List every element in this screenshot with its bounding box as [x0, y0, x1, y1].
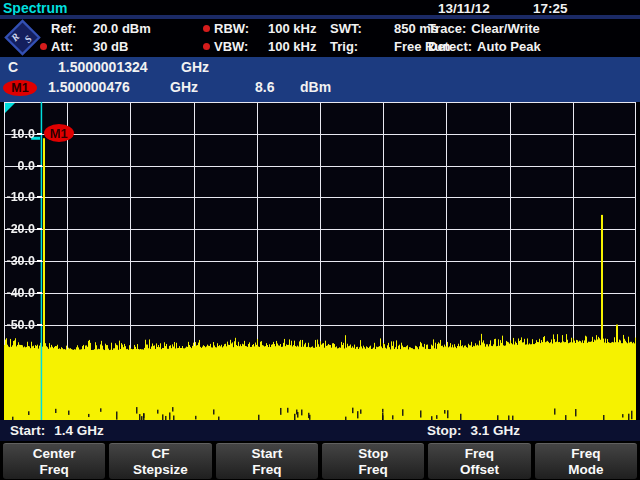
- stop-freq-text: Stop:3.1 GHz: [427, 423, 520, 438]
- setting-label: RBW:: [214, 21, 268, 36]
- setting-item: VBW:100 kHz: [203, 37, 316, 55]
- spectrum-analyzer-screen: Spectrum 13/11/12 17:25 RS Ref:20.0 dBmA…: [0, 0, 640, 480]
- softkey-line1: Freq: [465, 446, 494, 462]
- c-marker-label: C: [8, 59, 18, 75]
- stop-label: Stop:: [427, 423, 462, 438]
- m1-marker-level-unit: dBm: [300, 79, 331, 95]
- coupling-dot-icon: [203, 25, 210, 32]
- softkey-bar: CenterFreqCFStepsizeStartFreqStopFreqFre…: [0, 441, 640, 480]
- y-axis-label: -40.0: [4, 285, 42, 301]
- page-title: Spectrum: [3, 0, 68, 16]
- softkey-line2: Mode: [568, 462, 603, 478]
- m1-marker-flag[interactable]: M1: [44, 124, 74, 142]
- setting-item: Att:30 dB: [40, 37, 151, 55]
- y-axis-tick-icon: [37, 165, 42, 167]
- setting-label: VBW:: [214, 39, 268, 54]
- coupling-dot-icon: [40, 43, 47, 50]
- setting-label: Trig:: [330, 39, 394, 54]
- c-marker-freq: 1.5000001324: [58, 59, 148, 75]
- setting-item: Detect:Auto Peak: [428, 37, 541, 55]
- y-axis-tick-icon: [37, 196, 42, 198]
- c-marker-unit: GHz: [181, 59, 209, 75]
- setting-label: Trace:: [428, 21, 466, 36]
- setting-value: 20.0 dBm: [93, 21, 151, 36]
- y-axis-label: 0.0: [4, 158, 42, 174]
- setting-label: Att:: [51, 39, 93, 54]
- softkey-line2: Freq: [40, 462, 69, 478]
- y-axis-label-text: -10.0: [4, 190, 35, 204]
- start-label: Start:: [10, 423, 45, 438]
- y-axis-tick-icon: [37, 260, 42, 262]
- freq-range-bar: Start:1.4 GHz Stop:3.1 GHz: [0, 420, 640, 441]
- y-axis-label-text: 10.0: [4, 127, 35, 141]
- setting-value: 100 kHz: [268, 21, 316, 36]
- y-axis-label-text: -30.0: [4, 254, 35, 268]
- settings-column: RBW:100 kHzVBW:100 kHz: [203, 19, 316, 55]
- setting-value: Auto Peak: [477, 39, 541, 54]
- setting-value: 100 kHz: [268, 39, 316, 54]
- y-axis-tick-icon: [37, 292, 42, 294]
- spectrum-canvas: [4, 102, 636, 420]
- settings-bar: RS Ref:20.0 dBmAtt:30 dBRBW:100 kHzVBW:1…: [0, 19, 640, 57]
- start-freq-text: Start:1.4 GHz: [10, 423, 104, 438]
- y-axis-label: -30.0: [4, 253, 42, 269]
- softkey-line2: Freq: [252, 462, 281, 478]
- softkey-line1: Center: [33, 446, 76, 462]
- m1-marker-badge: M1: [3, 80, 37, 96]
- y-axis-label: 10.0: [4, 126, 42, 142]
- softkey-line1: CF: [151, 446, 169, 462]
- softkey-line1: Stop: [358, 446, 388, 462]
- softkey-line1: Freq: [571, 446, 600, 462]
- m1-marker-level: 8.6: [255, 79, 274, 95]
- y-axis-tick-icon: [37, 324, 42, 326]
- stop-value: 3.1 GHz: [471, 423, 521, 438]
- softkey-freq-offset[interactable]: FreqOffset: [428, 443, 530, 479]
- softkey-cf-stepsize[interactable]: CFStepsize: [109, 443, 211, 479]
- y-axis-tick-icon: [37, 133, 42, 135]
- y-axis-label-text: 0.0: [4, 159, 35, 173]
- setting-value: Clear/Write: [471, 21, 539, 36]
- setting-item: Ref:20.0 dBm: [40, 19, 151, 37]
- y-axis-label: -50.0: [4, 317, 42, 333]
- softkey-line2: Freq: [359, 462, 388, 478]
- y-axis-label: -10.0: [4, 189, 42, 205]
- setting-label: SWT:: [330, 21, 394, 36]
- settings-column: Trace:Clear/WriteDetect:Auto Peak: [428, 19, 541, 55]
- setting-label: Ref:: [51, 21, 93, 36]
- m1-marker-unit: GHz: [170, 79, 198, 95]
- softkey-line2: Stepsize: [133, 462, 188, 478]
- softkey-line1: Start: [251, 446, 282, 462]
- softkey-start-freq[interactable]: StartFreq: [216, 443, 318, 479]
- setting-item: RBW:100 kHz: [203, 19, 316, 37]
- y-axis-label-text: -40.0: [4, 286, 35, 300]
- spectrum-plot: 10.00.0-10.0-20.0-30.0-40.0-50.0 M1: [4, 102, 636, 420]
- reference-corner-icon: [5, 103, 15, 113]
- y-axis-label-text: -50.0: [4, 318, 35, 332]
- softkey-freq-mode[interactable]: FreqMode: [535, 443, 637, 479]
- setting-item: Trace:Clear/Write: [428, 19, 541, 37]
- setting-label: Detect:: [428, 39, 472, 54]
- softkey-center-freq[interactable]: CenterFreq: [3, 443, 105, 479]
- y-axis-label: -20.0: [4, 221, 42, 237]
- y-axis-tick-icon: [37, 228, 42, 230]
- settings-column: Ref:20.0 dBmAtt:30 dB: [40, 19, 151, 55]
- coupling-dot-icon: [203, 43, 210, 50]
- date-display: 13/11/12: [438, 1, 490, 16]
- marker-bar: C 1.5000001324 GHz M1 1.500000476 GHz 8.…: [0, 57, 640, 102]
- m1-marker-freq: 1.500000476: [48, 79, 130, 95]
- setting-value: 30 dB: [93, 39, 128, 54]
- y-axis-label-text: -20.0: [4, 222, 35, 236]
- start-value: 1.4 GHz: [54, 423, 104, 438]
- softkey-line2: Offset: [460, 462, 499, 478]
- softkey-stop-freq[interactable]: StopFreq: [322, 443, 424, 479]
- rs-logo-icon: RS: [4, 19, 41, 60]
- time-display: 17:25: [533, 1, 568, 16]
